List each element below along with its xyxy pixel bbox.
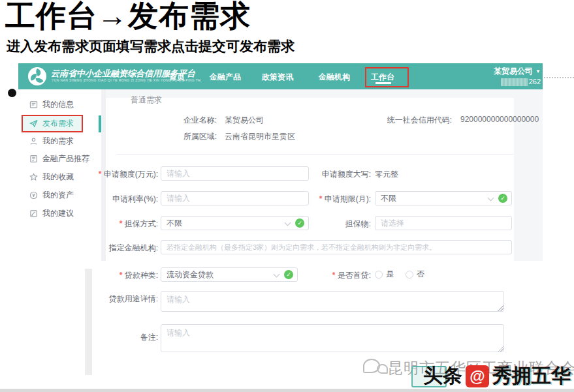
radio-icon [406,271,413,279]
chevron-down-icon [488,196,494,202]
app-header: 云南省中小企业融资综合信用服务平台 YUN NAN SHENG ZHONG XI… [18,63,543,89]
purpose-textarea[interactable] [161,291,504,312]
sidebar-item-my-favorites[interactable]: 我的收藏 [29,170,74,183]
sidebar-item-label: 我的需求 [42,136,74,147]
company-name-value: 某贸易公司 [225,115,264,126]
paper-plane-icon [29,119,38,128]
loan-type-label: 贷款种类: [71,270,158,281]
chevron-down-icon: ▼ [535,69,541,74]
tab-normal-demand: 普通需求 [131,95,162,106]
term-label: 申请期限(月): [283,194,371,205]
nav-item-policy-news[interactable]: 政策资讯 [262,72,293,83]
sidebar-item-product-recommend[interactable]: 金融产品推荐 [29,152,89,165]
masked-phone-number [501,78,528,86]
nav-item-financial-products[interactable]: 金融产品 [210,72,241,83]
collateral-input[interactable] [375,216,512,230]
active-item-indicator [99,115,101,132]
nav-item-financial-institutions[interactable]: 金融机构 [319,72,350,83]
product-icon [29,155,38,163]
first-loan-radio-group: 是 否 [375,269,432,280]
sidebar-item-label: 金融产品推荐 [42,153,89,164]
sidebar-item-publish-demand[interactable]: 发布需求 [22,115,83,132]
purpose-label: 贷款用途详情: [71,294,158,305]
sidebar-item-my-assets[interactable]: 我的资产 [29,188,74,202]
amount-caps-label: 申请额度大写: [283,169,371,180]
page-title: 工作台→发布需求 [5,0,251,37]
star-icon [29,173,38,181]
slide: 工作台→发布需求 进入发布需求页面填写需求点击提交可发布需求 云南省中小企业融资… [0,0,574,392]
radio-option-yes[interactable]: 是 [375,269,394,280]
scrollbar-track[interactable] [85,269,92,375]
credit-code-value: 920000000000000000 [460,115,539,124]
resize-handle[interactable] [498,305,503,311]
suggestion-icon [29,209,38,218]
nav-item-home[interactable]: 首页 [169,72,185,83]
company-name-label: 企业名称: [149,115,217,126]
amount-label: 申请额度(万元): [71,169,158,180]
watermark-toutiao: 头条 @ 秀拥五华 [423,363,571,389]
radio-icon [375,271,383,279]
remark-textarea[interactable] [161,324,504,352]
section-divider [116,154,514,155]
sidebar-item-label: 我的收藏 [42,172,74,183]
region-label: 所属区域: [149,131,217,142]
app-window: 云南省中小企业融资综合信用服务平台 YUN NAN SHENG ZHONG XI… [18,63,543,385]
valid-check-icon: ✓ [498,194,507,203]
sidebar-item-label: 我的建议 [42,208,74,219]
watermark-prefix: 头条 [423,363,462,389]
annotation-red-box-nav [365,67,409,87]
guarantee-label: 担保方式: [71,219,158,230]
page-subtitle: 进入发布需求页面填写需求点击提交可发布需求 [7,37,295,55]
chat-bubble-icon [377,364,388,374]
loan-type-select[interactable]: 流动资金贷款 ✓ [161,267,298,282]
chevron-down-icon [274,272,279,278]
platform-logo-icon [27,67,47,86]
bottom-edge-strip [0,389,574,392]
first-loan-label: 是否首贷: [283,270,371,281]
bullet-dot [8,89,16,97]
remark-label: 备注: [71,332,158,343]
term-select[interactable]: 不限 ✓ [375,191,512,205]
user-company-name: 某贸易公司 [494,67,533,76]
rate-label: 申请利率(%): [71,194,158,205]
amount-caps-value: 零元整 [375,169,398,180]
asset-icon [29,191,38,200]
resize-handle[interactable] [498,346,503,352]
sidebar-item-label: 我的信息 [42,99,74,110]
phone-suffix: 262 [529,77,541,87]
sidebar-item-my-demands[interactable]: 我的需求 [29,134,74,147]
user-menu[interactable]: 某贸易公司 ▼ 262 [494,67,541,87]
sidebar-item-label: 我的资产 [42,190,74,201]
collateral-label: 担保物: [283,219,371,230]
dotted-leader-line [544,77,574,78]
radio-option-no[interactable]: 否 [406,269,424,280]
sidebar-item-label: 发布需求 [42,118,74,129]
profile-card-icon [29,100,38,109]
watermark-account: 秀拥五华 [492,363,571,389]
at-badge-icon: @ [466,365,489,387]
user-icon [29,137,38,145]
sidebar-item-my-suggestions[interactable]: 我的建议 [29,207,74,220]
sidebar-item-my-info[interactable]: 我的信息 [29,98,74,111]
region-value: 云南省昆明市呈贡区 [225,131,295,142]
institution-label: 指定金融机构: [71,243,158,254]
credit-code-label: 统一社会信用代码: [332,115,452,126]
institution-input[interactable] [161,240,512,254]
